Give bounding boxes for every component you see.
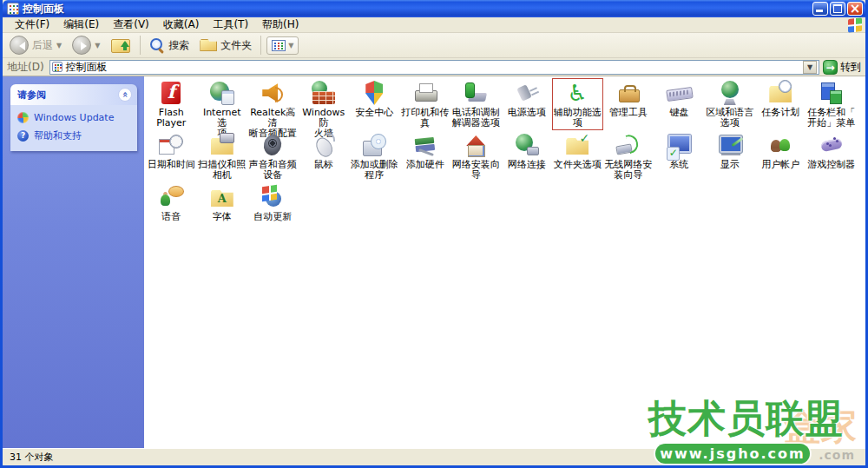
printer-icon [411,79,439,107]
cp-item-taskbar[interactable]: 任务栏和「 开始」菜单 [806,78,858,130]
folders-button[interactable]: 文件夹 [196,36,255,55]
menu-item-5[interactable]: 帮助(H) [255,17,306,31]
power-icon [513,79,541,107]
search-label: 搜索 [168,38,189,53]
speech-icon [157,183,185,211]
cp-item-label: 显示 [720,160,740,170]
cp-item-folderopt[interactable]: 文件夹选项 [552,130,603,182]
cp-item-scanner[interactable]: 扫描仪和照 相机 [197,130,248,182]
window-title: 控制面板 [23,2,812,16]
go-button[interactable]: 转到 [823,60,863,75]
menu-item-4[interactable]: 工具(T) [206,17,255,31]
views-button[interactable]: ▼ [266,36,299,55]
cp-item-power[interactable]: 电源选项 [502,78,553,130]
cp-item-label: 游戏控制器 [807,160,855,170]
see-also-title: 请参阅 [17,89,46,102]
back-button[interactable]: 后退 ▼ [6,34,65,56]
cp-item-speech[interactable]: 语音 [146,182,197,234]
cp-item-datetime[interactable]: 日期和时间 [146,130,197,182]
cp-item-label: 电话和调制 解调器选项 [452,108,500,129]
cp-item-printer[interactable]: 打印机和传 真 [400,78,451,130]
addhw-icon [411,131,439,159]
cp-item-label: 系统 [669,160,688,170]
restore-button[interactable] [830,2,845,16]
search-button[interactable]: 搜索 [146,36,193,55]
address-input[interactable]: 控制面板 ▼ [49,60,819,75]
cp-item-users[interactable]: 用户帐户 [755,130,806,182]
up-folder-icon [110,36,131,54]
up-button[interactable] [107,35,135,56]
cp-item-region[interactable]: 区域和语言 选项 [705,78,756,130]
menu-item-0[interactable]: 文件(F) [8,17,56,31]
cp-item-mouse[interactable]: 鼠标 [299,130,350,182]
task-pane: 请参阅 « Windows Update帮助和支持 [3,76,144,448]
object-count: 31 个对象 [10,451,54,464]
cp-item-label: 声音和音频 设备 [249,160,297,181]
cp-item-realtek[interactable]: Realtek高清 晰音频配置 [247,78,299,130]
cp-item-label: 任务计划 [761,108,799,118]
cp-item-game[interactable]: 游戏控制器 [806,130,858,182]
update-icon [259,183,286,211]
sidebar-link-0[interactable]: Windows Update [17,112,132,123]
sidebar-link-label: Windows Update [34,112,114,123]
forward-dropdown-icon[interactable]: ▼ [95,42,100,49]
cp-item-shield[interactable]: 安全中心 [349,78,400,130]
folderopt-icon [563,131,591,159]
taskbar-icon [818,79,845,107]
address-value: 控制面板 [66,60,799,75]
datetime-icon [157,131,185,159]
see-also-panel: 请参阅 « Windows Update帮助和支持 [10,84,137,151]
close-button[interactable] [847,2,863,16]
cp-item-addremove[interactable]: 添加或删除 程序 [349,130,400,182]
cp-item-access[interactable]: 辅助功能选 项 [552,78,603,130]
cp-item-update[interactable]: 自动更新 [247,182,299,234]
cp-item-label: 安全中心 [355,108,393,118]
back-dropdown-icon[interactable]: ▼ [56,42,62,49]
cp-item-keyboard[interactable]: 键盘 [654,78,705,130]
views-icon [272,40,286,51]
game-icon [818,131,845,159]
address-dropdown-button[interactable]: ▼ [803,61,817,74]
cp-item-netconn[interactable]: 网络连接 [502,130,553,182]
cp-item-admin[interactable]: 管理工具 [603,78,654,130]
cp-item-fonts[interactable]: 字体 [197,182,248,234]
cp-item-label: 添加或删除 程序 [351,160,398,181]
flash-icon [157,79,185,107]
users-icon [766,131,794,159]
sidebar-link-1[interactable]: 帮助和支持 [17,129,132,142]
menu-item-2[interactable]: 查看(V) [106,17,156,31]
cp-item-house[interactable]: 网络安装向 导 [450,130,502,182]
cp-item-phone[interactable]: 电话和调制 解调器选项 [450,78,502,130]
cp-item-label: 无线网络安 装向导 [604,160,652,181]
cp-item-system[interactable]: 系统 [654,130,705,182]
menu-item-1[interactable]: 编辑(E) [56,17,106,31]
cp-item-flash[interactable]: Flash Player [146,78,197,130]
fonts-icon [208,183,236,211]
addremove-icon [360,131,388,159]
cp-item-label: 自动更新 [253,212,292,222]
sidebar-link-label: 帮助和支持 [34,129,82,142]
cp-item-sound[interactable]: 声音和音频 设备 [247,130,299,182]
region-icon [716,79,744,107]
forward-button[interactable]: ▼ [69,34,103,56]
title-bar[interactable]: 控制面板 [3,0,865,17]
see-also-header[interactable]: 请参阅 « [10,84,137,105]
menu-item-3[interactable]: 收藏(A) [156,17,207,31]
views-dropdown-icon: ▼ [288,42,293,49]
help-and-support-icon [17,130,29,142]
cp-item-inet[interactable]: Internet 选 项 [197,78,248,130]
control-panel-window: 控制面板 文件(F)编辑(E)查看(V)收藏(A)工具(T)帮助(H) 后退 ▼… [0,0,868,468]
cp-item-tasks[interactable]: 任务计划 [755,78,806,130]
cp-item-addhw[interactable]: 添加硬件 [400,130,451,182]
back-icon [10,36,29,55]
cp-item-label: 文件夹选项 [554,160,602,170]
cp-item-wireless[interactable]: 无线网络安 装向导 [603,130,654,182]
collapse-chevron-icon[interactable]: « [118,88,132,102]
cp-item-firewall[interactable]: Windows 防 火墙 [299,78,350,130]
menu-bar: 文件(F)编辑(E)查看(V)收藏(A)工具(T)帮助(H) [3,17,865,33]
minimize-button[interactable] [812,2,828,16]
cp-item-display[interactable]: 显示 [705,130,756,182]
toolbar: 后退 ▼ ▼ 搜索 文件夹 ▼ [3,33,865,58]
cp-item-label: 任务栏和「 开始」菜单 [807,108,855,129]
cp-item-label: 日期和时间 [148,160,195,170]
